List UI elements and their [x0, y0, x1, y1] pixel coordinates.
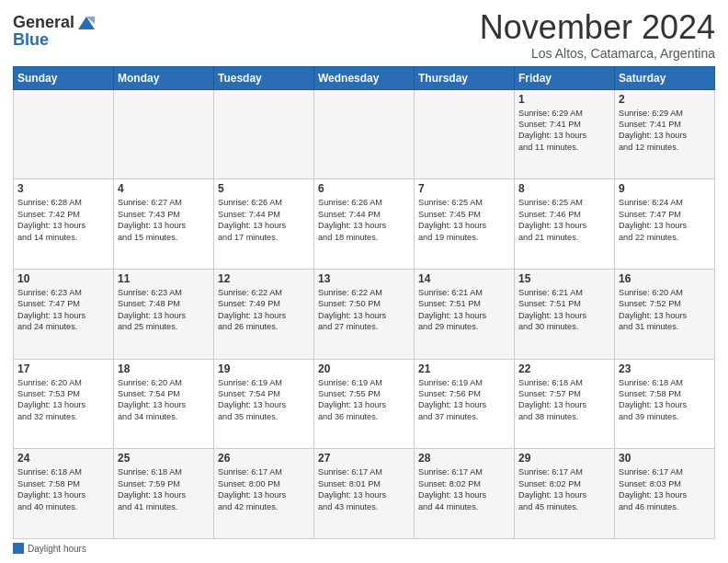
logo-icon: [76, 13, 97, 33]
day-info: Sunrise: 6:20 AM Sunset: 7:53 PM Dayligh…: [17, 377, 109, 423]
calendar-cell: [114, 89, 214, 179]
month-title: November 2024: [480, 9, 715, 46]
day-info: Sunrise: 6:26 AM Sunset: 7:44 PM Dayligh…: [218, 197, 310, 243]
day-info: Sunrise: 6:19 AM Sunset: 7:55 PM Dayligh…: [318, 377, 410, 423]
logo-general-text: General: [13, 14, 74, 32]
legend-label: Daylight hours: [28, 544, 86, 554]
calendar-header-monday: Monday: [114, 66, 214, 89]
calendar-cell: 5Sunrise: 6:26 AM Sunset: 7:44 PM Daylig…: [214, 179, 314, 270]
day-number: 18: [118, 362, 210, 375]
calendar-week-1: 1Sunrise: 6:29 AM Sunset: 7:41 PM Daylig…: [14, 89, 715, 179]
day-number: 5: [218, 182, 310, 195]
calendar-cell: 26Sunrise: 6:17 AM Sunset: 8:00 PM Dayli…: [214, 449, 314, 539]
day-number: 6: [318, 182, 410, 195]
day-info: Sunrise: 6:27 AM Sunset: 7:43 PM Dayligh…: [118, 197, 210, 243]
calendar-cell: [415, 89, 515, 179]
day-info: Sunrise: 6:29 AM Sunset: 7:41 PM Dayligh…: [619, 108, 711, 154]
day-info: Sunrise: 6:18 AM Sunset: 7:59 PM Dayligh…: [118, 466, 210, 512]
day-number: 15: [518, 272, 610, 285]
day-number: 29: [518, 452, 610, 465]
calendar-cell: 10Sunrise: 6:23 AM Sunset: 7:47 PM Dayli…: [14, 269, 114, 359]
day-info: Sunrise: 6:22 AM Sunset: 7:50 PM Dayligh…: [318, 287, 410, 333]
calendar-cell: 16Sunrise: 6:20 AM Sunset: 7:52 PM Dayli…: [615, 269, 715, 359]
day-number: 28: [418, 452, 510, 465]
day-info: Sunrise: 6:18 AM Sunset: 7:58 PM Dayligh…: [619, 377, 711, 423]
day-number: 17: [17, 362, 109, 375]
day-info: Sunrise: 6:18 AM Sunset: 7:57 PM Dayligh…: [518, 377, 610, 423]
calendar-cell: 22Sunrise: 6:18 AM Sunset: 7:57 PM Dayli…: [515, 359, 615, 449]
header: General Blue November 2024 Los Altos, Ca…: [13, 9, 715, 61]
day-number: 1: [518, 93, 610, 106]
day-info: Sunrise: 6:23 AM Sunset: 7:48 PM Dayligh…: [118, 287, 210, 333]
calendar-cell: 27Sunrise: 6:17 AM Sunset: 8:01 PM Dayli…: [314, 449, 415, 539]
day-number: 25: [118, 452, 210, 465]
day-number: 14: [418, 272, 510, 285]
calendar-header-friday: Friday: [515, 66, 615, 89]
logo-blue-text: Blue: [13, 31, 97, 50]
calendar-cell: 8Sunrise: 6:25 AM Sunset: 7:46 PM Daylig…: [515, 179, 615, 270]
day-number: 19: [218, 362, 310, 375]
calendar-cell: 9Sunrise: 6:24 AM Sunset: 7:47 PM Daylig…: [615, 179, 715, 270]
day-info: Sunrise: 6:20 AM Sunset: 7:54 PM Dayligh…: [118, 377, 210, 423]
day-info: Sunrise: 6:21 AM Sunset: 7:51 PM Dayligh…: [518, 287, 610, 333]
day-number: 30: [619, 452, 711, 465]
day-number: 23: [619, 362, 711, 375]
day-info: Sunrise: 6:28 AM Sunset: 7:42 PM Dayligh…: [17, 197, 109, 243]
day-number: 24: [17, 452, 109, 465]
calendar-header-sunday: Sunday: [14, 66, 114, 89]
day-info: Sunrise: 6:25 AM Sunset: 7:45 PM Dayligh…: [418, 197, 510, 243]
calendar-cell: 24Sunrise: 6:18 AM Sunset: 7:58 PM Dayli…: [14, 449, 114, 539]
calendar-cell: 4Sunrise: 6:27 AM Sunset: 7:43 PM Daylig…: [114, 179, 214, 270]
legend: Daylight hours: [13, 543, 715, 554]
day-number: 20: [318, 362, 410, 375]
calendar: SundayMondayTuesdayWednesdayThursdayFrid…: [13, 66, 715, 539]
day-info: Sunrise: 6:25 AM Sunset: 7:46 PM Dayligh…: [518, 197, 610, 243]
calendar-header-wednesday: Wednesday: [314, 66, 415, 89]
calendar-cell: [14, 89, 114, 179]
day-number: 27: [318, 452, 410, 465]
title-block: November 2024 Los Altos, Catamarca, Arge…: [480, 9, 715, 61]
day-info: Sunrise: 6:22 AM Sunset: 7:49 PM Dayligh…: [218, 287, 310, 333]
day-number: 16: [619, 272, 711, 285]
calendar-cell: 13Sunrise: 6:22 AM Sunset: 7:50 PM Dayli…: [314, 269, 415, 359]
day-info: Sunrise: 6:17 AM Sunset: 8:02 PM Dayligh…: [518, 466, 610, 512]
day-number: 11: [118, 272, 210, 285]
day-number: 12: [218, 272, 310, 285]
calendar-cell: 23Sunrise: 6:18 AM Sunset: 7:58 PM Dayli…: [615, 359, 715, 449]
calendar-cell: 17Sunrise: 6:20 AM Sunset: 7:53 PM Dayli…: [14, 359, 114, 449]
calendar-cell: 6Sunrise: 6:26 AM Sunset: 7:44 PM Daylig…: [314, 179, 415, 270]
calendar-week-3: 10Sunrise: 6:23 AM Sunset: 7:47 PM Dayli…: [14, 269, 715, 359]
calendar-header-thursday: Thursday: [415, 66, 515, 89]
day-info: Sunrise: 6:18 AM Sunset: 7:58 PM Dayligh…: [17, 466, 109, 512]
calendar-cell: 28Sunrise: 6:17 AM Sunset: 8:02 PM Dayli…: [415, 449, 515, 539]
page: General Blue November 2024 Los Altos, Ca…: [0, 0, 728, 563]
calendar-cell: 7Sunrise: 6:25 AM Sunset: 7:45 PM Daylig…: [415, 179, 515, 270]
day-info: Sunrise: 6:20 AM Sunset: 7:52 PM Dayligh…: [619, 287, 711, 333]
legend-color-box: [13, 543, 24, 554]
calendar-cell: 2Sunrise: 6:29 AM Sunset: 7:41 PM Daylig…: [615, 89, 715, 179]
day-number: 21: [418, 362, 510, 375]
day-number: 3: [17, 182, 109, 195]
calendar-cell: 25Sunrise: 6:18 AM Sunset: 7:59 PM Dayli…: [114, 449, 214, 539]
day-info: Sunrise: 6:23 AM Sunset: 7:47 PM Dayligh…: [17, 287, 109, 333]
day-info: Sunrise: 6:26 AM Sunset: 7:44 PM Dayligh…: [318, 197, 410, 243]
calendar-cell: 30Sunrise: 6:17 AM Sunset: 8:03 PM Dayli…: [615, 449, 715, 539]
calendar-cell: 14Sunrise: 6:21 AM Sunset: 7:51 PM Dayli…: [415, 269, 515, 359]
day-info: Sunrise: 6:19 AM Sunset: 7:56 PM Dayligh…: [418, 377, 510, 423]
calendar-cell: 20Sunrise: 6:19 AM Sunset: 7:55 PM Dayli…: [314, 359, 415, 449]
day-info: Sunrise: 6:29 AM Sunset: 7:41 PM Dayligh…: [518, 108, 610, 154]
calendar-cell: 29Sunrise: 6:17 AM Sunset: 8:02 PM Dayli…: [515, 449, 615, 539]
calendar-cell: 3Sunrise: 6:28 AM Sunset: 7:42 PM Daylig…: [14, 179, 114, 270]
calendar-cell: 1Sunrise: 6:29 AM Sunset: 7:41 PM Daylig…: [515, 89, 615, 179]
calendar-cell: 12Sunrise: 6:22 AM Sunset: 7:49 PM Dayli…: [214, 269, 314, 359]
calendar-header-tuesday: Tuesday: [214, 66, 314, 89]
day-number: 13: [318, 272, 410, 285]
calendar-cell: 18Sunrise: 6:20 AM Sunset: 7:54 PM Dayli…: [114, 359, 214, 449]
calendar-cell: 19Sunrise: 6:19 AM Sunset: 7:54 PM Dayli…: [214, 359, 314, 449]
calendar-cell: 11Sunrise: 6:23 AM Sunset: 7:48 PM Dayli…: [114, 269, 214, 359]
logo: General Blue: [13, 13, 97, 50]
calendar-cell: 15Sunrise: 6:21 AM Sunset: 7:51 PM Dayli…: [515, 269, 615, 359]
day-info: Sunrise: 6:17 AM Sunset: 8:01 PM Dayligh…: [318, 466, 410, 512]
day-info: Sunrise: 6:17 AM Sunset: 8:03 PM Dayligh…: [619, 466, 711, 512]
day-info: Sunrise: 6:17 AM Sunset: 8:02 PM Dayligh…: [418, 466, 510, 512]
